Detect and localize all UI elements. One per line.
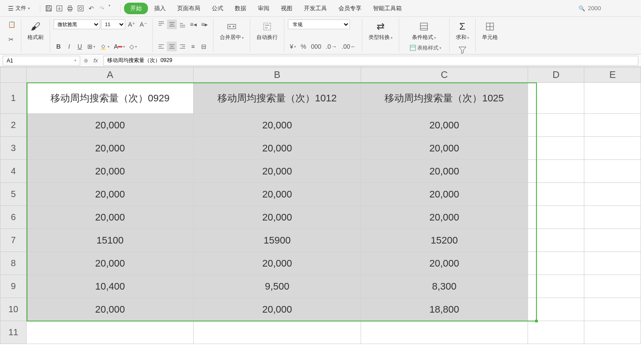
save-icon[interactable] bbox=[44, 4, 54, 13]
cell[interactable]: 移动周均搜索量（次）1025 bbox=[361, 83, 528, 114]
cell[interactable] bbox=[528, 229, 584, 252]
tab-start[interactable]: 开始 bbox=[124, 3, 148, 14]
cell[interactable]: 20,000 bbox=[194, 252, 361, 275]
cell[interactable] bbox=[194, 321, 361, 344]
cell[interactable] bbox=[584, 83, 641, 114]
col-header-A[interactable]: A bbox=[27, 67, 194, 83]
cell[interactable] bbox=[528, 321, 584, 344]
fx-icon[interactable]: fx bbox=[92, 57, 100, 64]
cell[interactable] bbox=[361, 321, 528, 344]
currency-icon[interactable]: ¥▾ bbox=[288, 42, 298, 51]
search-box[interactable]: 🔍 bbox=[574, 4, 637, 13]
italic-icon[interactable]: I bbox=[64, 42, 74, 51]
cell[interactable]: 9,500 bbox=[194, 275, 361, 298]
col-header-B[interactable]: B bbox=[194, 67, 361, 83]
align-middle-icon[interactable] bbox=[167, 19, 177, 29]
increase-font-icon[interactable]: A⁺ bbox=[126, 19, 137, 29]
tab-formula[interactable]: 公式 bbox=[206, 2, 229, 15]
cell[interactable] bbox=[528, 206, 584, 229]
cell[interactable]: 20,000 bbox=[27, 252, 194, 275]
format-brush-button[interactable]: 🖌 格式刷 bbox=[25, 19, 46, 43]
cell[interactable]: 20,000 bbox=[27, 160, 194, 183]
decrease-decimal-icon[interactable]: .00← bbox=[340, 42, 358, 51]
copy-icon[interactable]: ✂ bbox=[6, 35, 16, 44]
preview-icon[interactable] bbox=[76, 4, 85, 13]
cell[interactable]: 20,000 bbox=[361, 183, 528, 206]
paste-icon[interactable]: 📋 bbox=[6, 19, 17, 29]
align-center-icon[interactable] bbox=[167, 42, 177, 51]
cell[interactable]: 20,000 bbox=[194, 114, 361, 137]
font-color-icon[interactable]: A ▾ bbox=[112, 42, 127, 51]
formula-input[interactable]: 移动周均搜索量（次）0929 bbox=[103, 56, 638, 66]
col-header-D[interactable]: D bbox=[528, 67, 584, 83]
select-all-corner[interactable] bbox=[0, 67, 27, 83]
row-header[interactable]: 10 bbox=[0, 298, 27, 321]
cell[interactable]: 10,400 bbox=[27, 275, 194, 298]
cell[interactable]: 20,000 bbox=[27, 114, 194, 137]
tab-tools[interactable]: 智能工具箱 bbox=[368, 2, 407, 15]
cell[interactable] bbox=[584, 298, 641, 321]
import-icon[interactable] bbox=[54, 4, 64, 13]
cell[interactable]: 20,000 bbox=[27, 298, 194, 321]
cell[interactable] bbox=[528, 252, 584, 275]
underline-icon[interactable]: U bbox=[75, 42, 85, 51]
file-menu[interactable]: ☰ 文件 ▾ bbox=[4, 3, 34, 14]
table-style-button[interactable]: 表格样式▾ bbox=[405, 43, 446, 53]
cell[interactable] bbox=[584, 229, 641, 252]
cell[interactable] bbox=[528, 275, 584, 298]
undo-icon[interactable]: ↶ bbox=[86, 4, 96, 13]
cell[interactable] bbox=[584, 252, 641, 275]
search-input[interactable] bbox=[588, 5, 632, 12]
font-size-select[interactable]: 11 bbox=[101, 19, 125, 29]
cell[interactable]: 20,000 bbox=[194, 137, 361, 160]
tab-insert[interactable]: 插入 bbox=[149, 2, 171, 15]
type-convert-button[interactable]: ⇄ 类型转换▾ bbox=[366, 19, 395, 43]
font-name-select[interactable]: 微软雅黑 bbox=[54, 19, 100, 29]
align-left-icon[interactable] bbox=[156, 42, 166, 51]
cell[interactable]: 15100 bbox=[27, 229, 194, 252]
cell[interactable] bbox=[528, 137, 584, 160]
cell[interactable]: 15200 bbox=[361, 229, 528, 252]
thousands-icon[interactable]: 000 bbox=[309, 42, 323, 51]
cell[interactable] bbox=[528, 160, 584, 183]
cell[interactable] bbox=[584, 114, 641, 137]
sum-button[interactable]: Σ 求和▾ bbox=[453, 19, 472, 43]
cell[interactable]: 20,000 bbox=[194, 183, 361, 206]
cell[interactable]: 20,000 bbox=[27, 206, 194, 229]
row-header[interactable]: 7 bbox=[0, 229, 27, 252]
cell[interactable]: 20,000 bbox=[361, 206, 528, 229]
row-header[interactable]: 6 bbox=[0, 206, 27, 229]
cell[interactable]: 20,000 bbox=[27, 183, 194, 206]
row-header[interactable]: 5 bbox=[0, 183, 27, 206]
number-format-select[interactable]: 常规 bbox=[288, 19, 350, 29]
tab-member[interactable]: 会员专享 bbox=[333, 2, 367, 15]
bold-icon[interactable]: B bbox=[54, 42, 63, 51]
cell[interactable]: 移动周均搜索量（次）1012 bbox=[194, 83, 361, 114]
col-header-E[interactable]: E bbox=[584, 67, 641, 83]
print-icon[interactable] bbox=[65, 4, 75, 13]
border-icon[interactable]: ⊞▾ bbox=[85, 42, 97, 51]
cell[interactable] bbox=[528, 298, 584, 321]
row-header[interactable]: 8 bbox=[0, 252, 27, 275]
cell[interactable] bbox=[528, 114, 584, 137]
row-header[interactable]: 4 bbox=[0, 160, 27, 183]
wrap-text-button[interactable]: 自动换行 bbox=[254, 19, 280, 43]
cell[interactable] bbox=[584, 137, 641, 160]
tab-review[interactable]: 审阅 bbox=[253, 2, 275, 15]
cond-format-button[interactable]: 条件格式▾ bbox=[403, 19, 446, 43]
fill-color-icon[interactable]: ▾ bbox=[98, 42, 111, 51]
tab-view[interactable]: 视图 bbox=[276, 2, 298, 15]
row-header[interactable]: 11 bbox=[0, 321, 27, 344]
cell-grid-button[interactable]: 单元格 bbox=[479, 19, 501, 43]
percent-icon[interactable]: % bbox=[299, 42, 308, 51]
tab-layout[interactable]: 页面布局 bbox=[172, 2, 206, 15]
cell[interactable]: 20,000 bbox=[361, 160, 528, 183]
decrease-indent-icon[interactable]: ≡◂ bbox=[188, 19, 198, 29]
cell[interactable]: 8,300 bbox=[361, 275, 528, 298]
cell[interactable] bbox=[584, 321, 641, 344]
cell[interactable] bbox=[584, 206, 641, 229]
cell[interactable]: 20,000 bbox=[194, 298, 361, 321]
spreadsheet[interactable]: A B C D E 1 移动周均搜索量（次）0929 移动周均搜索量（次）101… bbox=[0, 67, 641, 364]
cell[interactable]: 20,000 bbox=[194, 206, 361, 229]
row-header[interactable]: 2 bbox=[0, 114, 27, 137]
